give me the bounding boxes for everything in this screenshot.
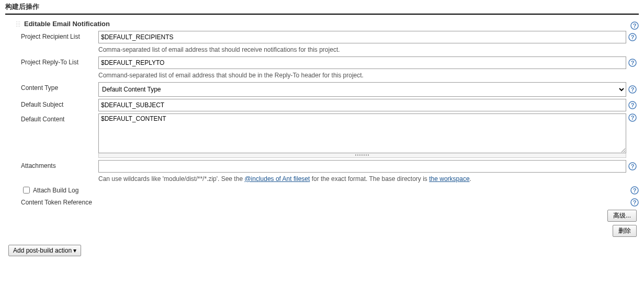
attachments-label: Attachments <box>21 160 98 169</box>
default-content-label: Default Content <box>21 113 98 123</box>
recipient-list-description: Comma-separated list of email address th… <box>98 45 637 54</box>
attachments-input[interactable] <box>98 160 626 173</box>
advanced-button-row: 高级... <box>16 210 639 222</box>
help-icon[interactable]: ? <box>628 33 637 41</box>
help-icon[interactable]: ? <box>628 113 637 122</box>
attach-build-log-checkbox[interactable] <box>23 187 30 193</box>
recipient-list-label: Project Recipient List <box>21 31 98 40</box>
svg-text:?: ? <box>631 163 635 169</box>
attach-build-log-label: Attach Build Log <box>33 187 78 194</box>
replyto-list-input[interactable] <box>98 56 626 69</box>
svg-text:?: ? <box>633 199 637 206</box>
content-type-row: Content Type Default Content Type ? <box>16 82 639 97</box>
svg-text:?: ? <box>631 86 635 93</box>
help-icon[interactable]: ? <box>628 101 637 109</box>
email-notification-block: Editable Email Notification ? Project Re… <box>16 20 639 237</box>
svg-text:?: ? <box>631 60 635 66</box>
drag-handle-icon[interactable] <box>16 21 21 27</box>
svg-text:?: ? <box>631 34 635 40</box>
block-title-row: Editable Email Notification <box>16 20 628 28</box>
attachments-description: Can use wildcards like 'module/dist/**/*… <box>98 175 637 184</box>
default-subject-row: Default Subject ? <box>16 99 639 111</box>
help-icon[interactable]: ? <box>630 21 639 30</box>
replyto-list-label: Project Reply-To List <box>21 56 98 66</box>
svg-text:?: ? <box>633 22 637 29</box>
content-type-select[interactable]: Default Content Type <box>98 82 626 97</box>
help-icon[interactable]: ? <box>630 198 639 207</box>
section-header: 构建后操作 <box>5 0 639 15</box>
recipient-list-input[interactable] <box>98 31 626 43</box>
default-subject-input[interactable] <box>98 99 626 111</box>
default-subject-label: Default Subject <box>21 99 98 108</box>
help-icon[interactable]: ? <box>628 85 637 94</box>
add-action-row: Add post-build action ▾ <box>8 245 639 256</box>
svg-text:?: ? <box>631 102 635 108</box>
help-icon[interactable]: ? <box>628 59 637 67</box>
advanced-button[interactable]: 高级... <box>607 210 637 222</box>
help-icon[interactable]: ? <box>628 162 637 170</box>
workspace-link[interactable]: the workspace <box>429 175 469 183</box>
content-type-label: Content Type <box>21 82 98 92</box>
default-content-row: Default Content ? <box>16 113 639 158</box>
replyto-list-description: Command-separated list of email address … <box>98 71 637 80</box>
token-reference-label: Content Token Reference <box>21 199 92 206</box>
delete-button-row: 删除 <box>16 225 639 237</box>
delete-button[interactable]: 删除 <box>613 225 637 237</box>
textarea-resize-grip[interactable] <box>98 153 626 158</box>
token-reference-row: Content Token Reference ? <box>16 198 639 207</box>
default-content-textarea[interactable] <box>98 113 626 153</box>
recipient-list-row: Project Recipient List ? Comma-separated… <box>16 31 639 54</box>
svg-text:?: ? <box>633 187 637 193</box>
attachments-row: Attachments ? Can use wildcards like 'mo… <box>16 160 639 184</box>
ant-fileset-link[interactable]: @includes of Ant fileset <box>244 175 310 183</box>
help-icon[interactable]: ? <box>630 186 639 195</box>
block-title: Editable Email Notification <box>24 20 110 28</box>
svg-text:?: ? <box>631 115 635 121</box>
add-post-build-action-button[interactable]: Add post-build action ▾ <box>8 245 81 256</box>
section-title: 构建后操作 <box>5 3 39 10</box>
replyto-list-row: Project Reply-To List ? Command-separate… <box>16 56 639 80</box>
attach-build-log-row: Attach Build Log ? <box>16 185 639 195</box>
